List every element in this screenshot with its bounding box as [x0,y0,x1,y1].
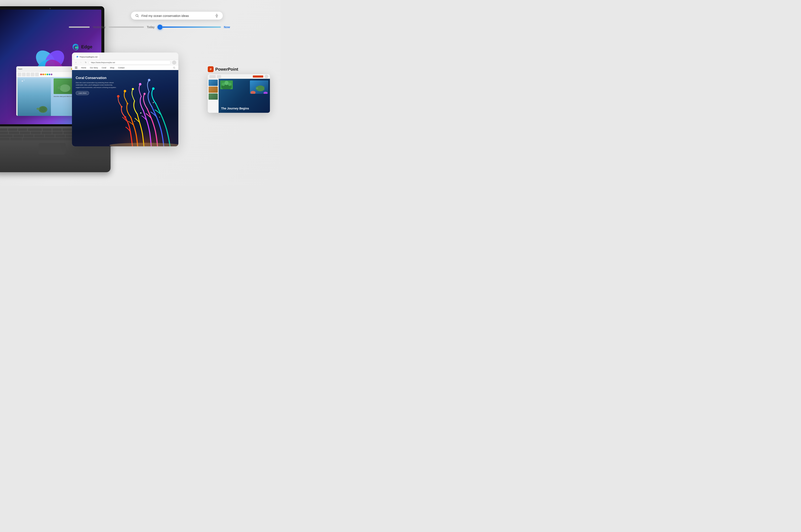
paint-toolbar [16,72,78,77]
svg-point-19 [144,93,146,95]
paint-window: Paint Paint [16,66,78,116]
edge-window-container: Edge ThejourneyBegins.net ‹ › ↻ https://… [72,43,178,146]
svg-point-12 [124,116,126,118]
timeline-area: Yesterday Today Now [69,25,264,30]
svg-point-18 [139,83,142,86]
ppt-slide-thumb-2[interactable] [209,87,218,93]
edge-nav-shop[interactable]: Shop [110,67,114,69]
svg-point-16 [127,103,128,104]
ppt-app-label: P PowerPoint [208,66,270,72]
ppt-slide-thumb-1[interactable] [209,80,218,86]
timeline-yesterday-label: Yesterday [90,25,109,29]
ppt-content: The Journey Begins [208,79,270,113]
svg-point-20 [148,79,150,81]
touchpad[interactable] [39,143,66,154]
edge-icon [72,43,79,51]
edge-nav-bar: Home Our Story Coral Shop Contact [72,65,178,70]
svg-point-26 [159,117,160,118]
svg-point-21 [152,87,154,90]
website-title: Coral Conservation [76,76,117,80]
paint-titlebar: Paint [16,66,78,72]
edge-tabbar: ThejourneyBegins.net [72,53,178,60]
svg-point-25 [134,121,135,122]
svg-point-23 [140,112,142,114]
ppt-user-icon [264,75,268,78]
svg-point-13 [117,95,119,98]
timeline-now-label: Now [221,25,233,29]
svg-line-1 [138,16,138,17]
svg-rect-2 [216,14,217,16]
address-input[interactable]: https://www.thejourneybe.net [89,60,171,64]
svg-line-10 [174,68,175,69]
ppt-slide-panel [208,79,219,113]
edge-window: ThejourneyBegins.net ‹ › ↻ https://www.t… [72,53,178,146]
ppt-nature-thumb [220,80,233,89]
learn-more-btn[interactable]: Learn More [76,91,89,95]
ppt-slide-thumb-3[interactable] [209,93,218,100]
edge-nav-home[interactable]: Home [81,67,86,69]
ppt-slide-main-text: The Journey Begins [221,107,249,110]
edge-nav-coral[interactable]: Coral [102,67,106,69]
timeline-thumb-container[interactable] [157,25,221,30]
edge-nav-menu-icon[interactable] [75,67,77,69]
microphone-icon[interactable] [215,14,219,18]
coral-conservation-content: Coral Conservation Dive into coral conse… [76,76,117,95]
ppt-turtle-ref [250,80,268,94]
search-bar-container: Find my ocean conservation ideas [131,12,223,20]
timeline-today-label: Today [144,25,157,29]
edge-tab[interactable]: ThejourneyBegins.net [74,54,100,59]
search-icon [135,14,139,18]
timeline-thumb[interactable] [157,25,163,30]
powerpoint-container: P PowerPoint [208,66,270,113]
website-description: Dive into coral conservation by protecti… [76,81,117,89]
timeline-track-mid [109,26,144,28]
coral-visual [108,75,178,146]
ppt-main-slide: The Journey Begins [219,79,270,113]
svg-point-17 [132,88,134,90]
svg-point-9 [173,67,175,69]
svg-point-24 [153,102,154,103]
svg-point-15 [124,90,126,92]
ppt-label-text: PowerPoint [215,67,238,72]
edge-user-btn[interactable] [172,60,176,64]
ppt-journey-text: The Journey Begins [221,107,249,110]
edge-nav-our-story[interactable]: Our Story [90,67,98,69]
edge-forward-btn[interactable]: › [79,61,83,64]
search-bar[interactable]: Find my ocean conservation ideas [131,12,223,20]
edge-label-text: Edge [81,44,92,50]
powerpoint-icon: P [208,66,213,72]
svg-point-14 [121,106,123,108]
edge-nav-contact[interactable]: Contact [118,67,125,69]
edge-back-btn[interactable]: ‹ [74,61,78,64]
search-query-text: Find my ocean conservation ideas [142,14,212,18]
edge-refresh-btn[interactable]: ↻ [84,61,88,64]
svg-point-11 [112,117,178,146]
svg-point-40 [228,82,231,86]
ppt-window: The Journey Begins [208,74,270,113]
paint-canvas: describe what you'd like to create [16,77,78,116]
timeline-track-blue [163,26,221,28]
edge-app-label: Edge [72,43,178,51]
camera-dot [50,8,51,9]
timeline-track-left [69,26,90,28]
svg-point-29 [256,87,258,89]
edge-website-content: Coral Conservation Dive into coral conse… [72,70,178,146]
ppt-toolbar [208,74,270,79]
edge-address-bar: ‹ › ↻ https://www.thejourneybe.net [72,60,178,65]
svg-point-39 [224,81,229,85]
